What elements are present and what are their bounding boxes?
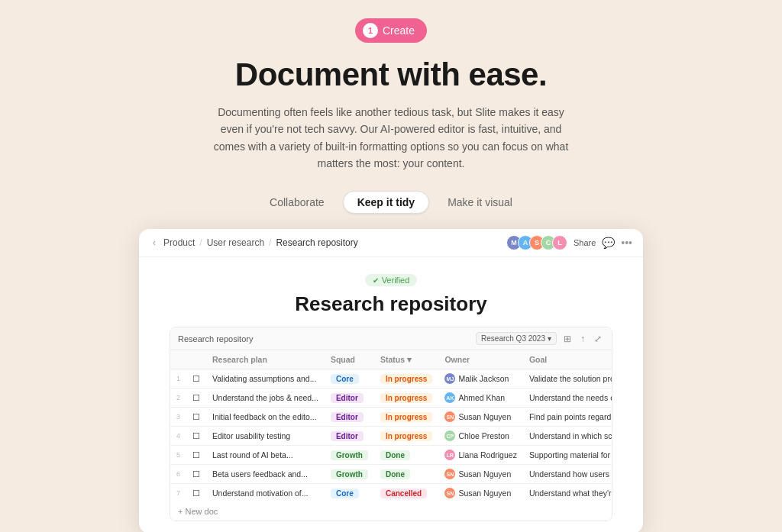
nav-back-button[interactable]: ‹ [150, 236, 159, 250]
col-status: Status ▾ [374, 350, 438, 369]
new-doc-button[interactable]: + New doc [170, 502, 225, 521]
row-owner: SN Susan Nguyen [438, 408, 522, 427]
row-doc-icon: ☐ [186, 427, 206, 446]
row-goal: Supporting material for the... [523, 446, 612, 465]
row-squad: Core [325, 484, 374, 503]
table-row[interactable]: 5 ☐ Last round of AI beta... Growth Done… [170, 446, 612, 465]
row-num: 3 [170, 408, 186, 427]
row-status: Done [374, 446, 438, 465]
table-row[interactable]: 2 ☐ Understand the jobs & need... Editor… [170, 389, 612, 408]
hero-title: Document with ease. [235, 56, 547, 93]
breadcrumb-current: Research repository [276, 237, 357, 248]
row-status: In progress [374, 389, 438, 408]
row-status: In progress [374, 369, 438, 389]
col-squad: Squad [325, 350, 374, 369]
row-status: Done [374, 465, 438, 484]
sort-button[interactable]: ↑ [578, 333, 587, 345]
research-table: Research repository Research Q3 2023 ▾ ⊞… [170, 327, 612, 521]
table-title: Research repository [178, 334, 253, 343]
row-status: In progress [374, 427, 438, 446]
avatar-5: L [552, 235, 567, 250]
tab-group: Collaborate Keep it tidy Make it visual [256, 191, 526, 214]
topbar-left: ‹ Product / User research / Research rep… [150, 236, 358, 250]
breadcrumb-product[interactable]: Product [163, 237, 195, 248]
row-goal: Understand in which scenarios... [523, 427, 612, 446]
comment-button[interactable]: 💬 [602, 237, 615, 249]
table-header-row: Research plan Squad Status ▾ Owner Goal … [170, 350, 612, 369]
main-card: ‹ Product / User research / Research rep… [139, 229, 643, 532]
table-row[interactable]: 3 ☐ Initial feedback on the edito... Edi… [170, 408, 612, 427]
col-num [170, 350, 186, 369]
row-doc-icon: ☐ [186, 465, 206, 484]
create-label: Create [383, 24, 415, 37]
expand-button[interactable]: ⤢ [592, 333, 604, 345]
row-plan: Understand motivation of... [206, 484, 325, 503]
verified-badge: ✔ Verified [365, 274, 418, 286]
tab-collaborate[interactable]: Collaborate [256, 192, 338, 213]
row-doc-icon: ☐ [186, 389, 206, 408]
tab-make-it-visual[interactable]: Make it visual [434, 192, 526, 213]
doc-title: Research repository [170, 292, 612, 316]
row-plan: Validating assumptions and... [206, 369, 325, 389]
row-plan: Beta users feedback and... [206, 465, 325, 484]
row-owner: SN Susan Nguyen [438, 465, 522, 484]
breadcrumb-user-research[interactable]: User research [207, 237, 264, 248]
page-wrapper: 1 Create Document with ease. Documenting… [0, 0, 782, 532]
table-toolbar-right: Research Q3 2023 ▾ ⊞ ↑ ⤢ [476, 332, 604, 345]
table-row[interactable]: 7 ☐ Understand motivation of... Core Can… [170, 484, 612, 503]
data-table: Research plan Squad Status ▾ Owner Goal … [170, 350, 612, 502]
row-doc-icon: ☐ [186, 446, 206, 465]
create-button[interactable]: 1 Create [355, 18, 427, 43]
breadcrumb-sep-1: / [199, 237, 202, 248]
row-doc-icon: ☐ [186, 484, 206, 503]
row-plan: Last round of AI beta... [206, 446, 325, 465]
filter-tag[interactable]: Research Q3 2023 ▾ [476, 332, 557, 345]
table-row[interactable]: 4 ☐ Editor usability testing Editor In p… [170, 427, 612, 446]
row-num: 2 [170, 389, 186, 408]
row-plan: Initial feedback on the edito... [206, 408, 325, 427]
table-row[interactable]: 1 ☐ Validating assumptions and... Core I… [170, 369, 612, 389]
row-num: 5 [170, 446, 186, 465]
row-plan: Understand the jobs & need... [206, 389, 325, 408]
row-owner: LR Liana Rodriguez [438, 446, 522, 465]
col-owner: Owner [438, 350, 522, 369]
row-goal: Find pain points regarding the... [523, 408, 612, 427]
card-content: ✔ Verified Research repository Research … [139, 257, 643, 532]
row-status: Cancelled [374, 484, 438, 503]
verified-label: Verified [382, 276, 410, 285]
col-icon [186, 350, 206, 369]
row-num: 6 [170, 465, 186, 484]
row-doc-icon: ☐ [186, 369, 206, 389]
row-squad: Editor [325, 389, 374, 408]
col-research-plan: Research plan [206, 350, 325, 369]
row-squad: Growth [325, 446, 374, 465]
row-goal: Understand the needs of target... [523, 389, 612, 408]
row-owner: SN Susan Nguyen [438, 484, 522, 503]
row-goal: Validate the solution proposed... [523, 369, 612, 389]
col-goal: Goal + [523, 350, 612, 369]
row-num: 1 [170, 369, 186, 389]
table-row[interactable]: 6 ☐ Beta users feedback and... Growth Do… [170, 465, 612, 484]
row-squad: Growth [325, 465, 374, 484]
filter-button[interactable]: ⊞ [561, 333, 574, 345]
row-num: 7 [170, 484, 186, 503]
row-goal: Understand how users interact... [523, 465, 612, 484]
table-toolbar: Research repository Research Q3 2023 ▾ ⊞… [170, 327, 612, 350]
row-num: 4 [170, 427, 186, 446]
hero-subtitle: Documenting often feels like another ted… [208, 104, 574, 172]
row-goal: Understand what they're asking... [523, 484, 612, 503]
row-squad: Editor [325, 427, 374, 446]
row-status: In progress [374, 408, 438, 427]
filter-arrow-icon: ▾ [548, 334, 551, 343]
topbar-right: M A S C L Share 💬 ••• [506, 235, 632, 250]
row-owner: AK Ahmed Khan [438, 389, 522, 408]
card-topbar: ‹ Product / User research / Research rep… [139, 229, 643, 257]
tab-keep-it-tidy[interactable]: Keep it tidy [343, 191, 429, 214]
step-number: 1 [363, 23, 378, 38]
filter-label: Research Q3 2023 [481, 334, 545, 343]
share-button[interactable]: Share [574, 238, 596, 247]
check-icon: ✔ [373, 276, 379, 285]
more-options-button[interactable]: ••• [621, 237, 632, 249]
row-owner: CP Chloe Preston [438, 427, 522, 446]
breadcrumb-sep-2: / [269, 237, 271, 248]
